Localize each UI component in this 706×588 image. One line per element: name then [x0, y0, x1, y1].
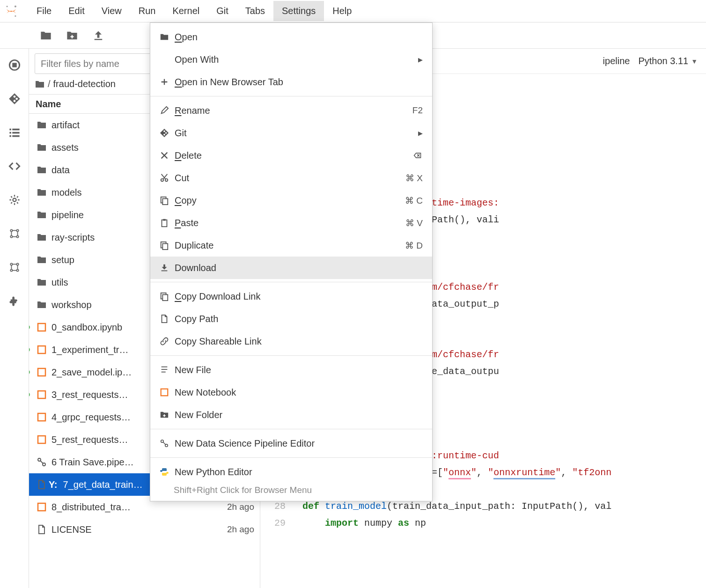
activity-bar — [0, 49, 29, 588]
settings-icon[interactable] — [7, 193, 22, 207]
toc-icon[interactable] — [7, 125, 22, 140]
graph-icon[interactable] — [7, 260, 22, 274]
folder-icon — [35, 165, 49, 175]
ctx-open-with[interactable]: Open With▶ — [150, 48, 432, 71]
pipe-icon — [35, 457, 49, 467]
pipe-icon — [157, 439, 172, 448]
svg-rect-41 — [161, 389, 168, 396]
menu-kernel[interactable]: Kernel — [164, 1, 208, 21]
folder-icon — [35, 79, 45, 89]
paste-icon — [157, 218, 172, 228]
ctx-copy[interactable]: Copy⌘ C — [150, 189, 432, 212]
svg-rect-32 — [38, 346, 45, 353]
svg-point-29 — [7, 6, 8, 7]
file-icon — [35, 524, 49, 535]
x-icon — [157, 151, 172, 160]
svg-rect-37 — [38, 503, 45, 511]
svg-point-28 — [15, 5, 16, 7]
jupyter-logo — [4, 4, 19, 19]
nb-icon — [35, 345, 49, 355]
svg-rect-34 — [38, 391, 45, 398]
folder-icon — [35, 277, 49, 287]
menu-edit[interactable]: Edit — [60, 1, 93, 21]
submenu-arrow-icon: ▶ — [418, 130, 423, 137]
ctx-cut[interactable]: Cut⌘ X — [150, 167, 432, 189]
kernel-selector[interactable]: Python 3.11 ▼ — [638, 56, 698, 66]
puzzle-icon[interactable] — [7, 294, 22, 308]
ctx-open-in-new-browser-tab[interactable]: Open in New Browser Tab — [150, 71, 432, 93]
ctx-copy-download-link[interactable]: Copy Download Link — [150, 285, 432, 308]
main-menu-bar: FileEditViewRunKernelGitTabsSettingsHelp — [0, 0, 706, 22]
folder-icon[interactable] — [33, 29, 59, 42]
menu-file[interactable]: File — [28, 1, 60, 21]
menu-settings[interactable]: Settings — [273, 1, 324, 21]
context-menu: OpenOpen With▶Open in New Browser TabRen… — [150, 22, 433, 501]
new-folder-icon[interactable] — [59, 29, 85, 42]
ctx-new-folder[interactable]: New Folder — [150, 404, 432, 426]
ctx-download[interactable]: Download — [150, 257, 432, 279]
nb-icon — [35, 434, 49, 445]
copy-icon — [157, 292, 172, 301]
folder-icon — [157, 32, 172, 42]
newfolder-icon — [157, 410, 172, 419]
pencil-icon — [157, 106, 172, 115]
submenu-arrow-icon: ▶ — [418, 56, 423, 63]
menu-run[interactable]: Run — [130, 1, 164, 21]
ctx-copy-path[interactable]: Copy Path — [150, 308, 432, 330]
svg-rect-35 — [38, 413, 45, 421]
folder-icon — [35, 210, 49, 220]
menu-help[interactable]: Help — [324, 1, 360, 21]
plus-icon — [157, 77, 172, 87]
nb-icon — [157, 388, 172, 397]
nb-icon — [35, 502, 49, 512]
ctx-copy-shareable-link[interactable]: Copy Shareable Link — [150, 330, 432, 353]
code-icon[interactable] — [7, 159, 22, 173]
folder-icon — [35, 255, 49, 265]
folder-icon — [35, 300, 49, 310]
cut-icon — [157, 173, 172, 183]
ctx-new-python-editor[interactable]: New Python Editor — [150, 461, 432, 483]
ctx-delete[interactable]: Delete — [150, 144, 432, 167]
dup-icon — [157, 241, 172, 250]
git-icon — [157, 128, 172, 138]
file-icon — [157, 314, 172, 323]
newfile-icon — [157, 365, 172, 375]
ctx-open[interactable]: Open — [150, 26, 432, 48]
folder-icon — [35, 187, 49, 198]
ctx-duplicate[interactable]: Duplicate⌘ D — [150, 234, 432, 257]
svg-point-30 — [15, 15, 16, 16]
svg-rect-33 — [38, 368, 45, 376]
menu-tabs[interactable]: Tabs — [237, 1, 273, 21]
upload-icon[interactable] — [85, 29, 111, 42]
nb-icon — [35, 412, 49, 422]
download-icon — [157, 263, 172, 272]
svg-rect-36 — [38, 436, 45, 443]
running-icon[interactable] — [7, 58, 22, 72]
git-icon[interactable] — [7, 92, 22, 106]
python-icon — [157, 467, 172, 477]
ctx-rename[interactable]: RenameF2 — [150, 99, 432, 122]
file-row[interactable]: LICENSE2h ago — [29, 518, 260, 541]
menu-git[interactable]: Git — [208, 1, 237, 21]
menu-view[interactable]: View — [93, 1, 130, 21]
svg-rect-31 — [38, 323, 45, 331]
ext-icon[interactable] — [7, 227, 22, 241]
nb-icon — [35, 367, 49, 377]
ctx-new-data-science-pipeline-editor[interactable]: New Data Science Pipeline Editor — [150, 432, 432, 455]
py-icon — [35, 479, 49, 490]
ctx-hint: Shift+Right Click for Browser Menu — [150, 483, 432, 498]
link-icon — [157, 337, 172, 346]
ctx-new-file[interactable]: New File — [150, 359, 432, 381]
copy-icon — [157, 196, 172, 205]
nb-icon — [35, 390, 49, 400]
folder-icon — [35, 142, 49, 153]
nb-icon — [35, 322, 49, 332]
folder-icon — [35, 120, 49, 130]
ctx-git[interactable]: Git▶ — [150, 122, 432, 144]
chevron-down-icon: ▼ — [691, 58, 698, 65]
ctx-paste[interactable]: Paste⌘ V — [150, 212, 432, 234]
ctx-new-notebook[interactable]: New Notebook — [150, 381, 432, 404]
folder-icon — [35, 232, 49, 243]
